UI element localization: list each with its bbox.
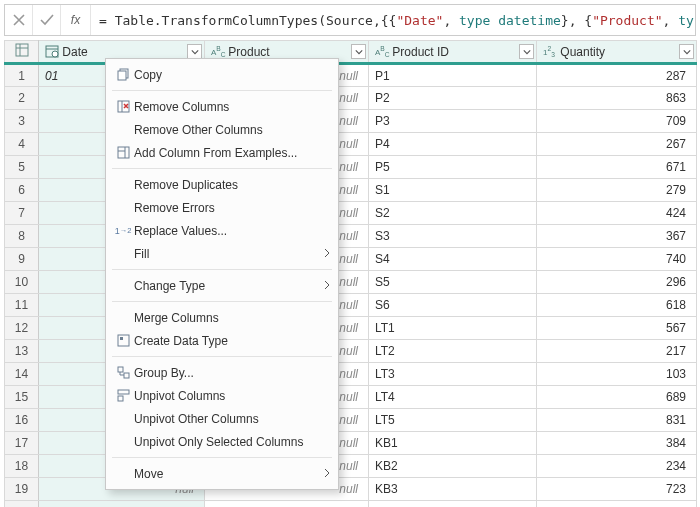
menu-merge-columns[interactable]: Merge Columns — [106, 306, 338, 329]
cell-product-id[interactable]: P5 — [369, 156, 537, 179]
cell-product-id[interactable]: LT5 — [369, 409, 537, 432]
confirm-formula-button[interactable] — [33, 5, 61, 35]
cell-product-id[interactable]: S6 — [369, 294, 537, 317]
cell-quantity[interactable]: 429 — [537, 501, 697, 508]
row-number[interactable]: 11 — [5, 294, 39, 317]
cell-quantity[interactable]: 863 — [537, 87, 697, 110]
cell-quantity[interactable]: 671 — [537, 156, 697, 179]
cell-quantity[interactable]: 740 — [537, 248, 697, 271]
row-number[interactable]: 6 — [5, 179, 39, 202]
svg-rect-17 — [118, 390, 129, 394]
cell-product-id[interactable]: LT2 — [369, 340, 537, 363]
menu-change-type[interactable]: Change Type — [106, 274, 338, 297]
row-number[interactable]: 2 — [5, 87, 39, 110]
cell-product-id[interactable]: P2 — [369, 87, 537, 110]
column-filter-button[interactable] — [519, 44, 534, 59]
table-icon — [15, 43, 29, 57]
menu-copy[interactable]: Copy — [106, 63, 338, 86]
cell-product-id[interactable]: KB2 — [369, 455, 537, 478]
svg-rect-18 — [118, 396, 123, 401]
cell-quantity[interactable]: 217 — [537, 340, 697, 363]
datetime-type-icon — [45, 44, 59, 60]
menu-unpivot-only-selected[interactable]: Unpivot Only Selected Columns — [106, 430, 338, 453]
row-number[interactable]: 5 — [5, 156, 39, 179]
svg-rect-10 — [118, 147, 129, 158]
cell-quantity[interactable]: 367 — [537, 225, 697, 248]
menu-unpivot-other-columns[interactable]: Unpivot Other Columns — [106, 407, 338, 430]
svg-rect-7 — [118, 71, 126, 80]
cell-product-id[interactable]: P1 — [369, 64, 537, 87]
cell-quantity[interactable]: 287 — [537, 64, 697, 87]
table-corner[interactable] — [5, 41, 39, 64]
menu-separator — [112, 356, 332, 357]
cell-product-id[interactable]: S1 — [369, 179, 537, 202]
cell-quantity[interactable]: 831 — [537, 409, 697, 432]
cell-quantity[interactable]: 103 — [537, 363, 697, 386]
row-number[interactable]: 16 — [5, 409, 39, 432]
cell-quantity[interactable]: 689 — [537, 386, 697, 409]
cell-product-id[interactable]: KB4 — [369, 501, 537, 508]
menu-add-column-from-examples[interactable]: Add Column From Examples... — [106, 141, 338, 164]
close-icon — [13, 14, 25, 26]
row-number[interactable]: 8 — [5, 225, 39, 248]
row-number[interactable]: 9 — [5, 248, 39, 271]
row-number[interactable]: 18 — [5, 455, 39, 478]
cancel-formula-button[interactable] — [5, 5, 33, 35]
column-filter-button[interactable] — [679, 44, 694, 59]
cell-product-id[interactable]: LT3 — [369, 363, 537, 386]
cell-quantity[interactable]: 618 — [537, 294, 697, 317]
row-number[interactable]: 20 — [5, 501, 39, 508]
cell-product[interactable]: null — [205, 501, 369, 508]
cell-date[interactable]: null — [39, 501, 205, 508]
cell-product-id[interactable]: LT1 — [369, 317, 537, 340]
remove-column-icon — [112, 100, 134, 113]
menu-remove-duplicates[interactable]: Remove Duplicates — [106, 173, 338, 196]
row-number[interactable]: 7 — [5, 202, 39, 225]
cell-quantity[interactable]: 384 — [537, 432, 697, 455]
cell-product-id[interactable]: P4 — [369, 133, 537, 156]
cell-product-id[interactable]: S4 — [369, 248, 537, 271]
menu-unpivot-columns[interactable]: Unpivot Columns — [106, 384, 338, 407]
cell-product-id[interactable]: S5 — [369, 271, 537, 294]
table-row: 20nullnullKB4429 — [5, 501, 697, 508]
cell-quantity[interactable]: 567 — [537, 317, 697, 340]
menu-remove-other-columns[interactable]: Remove Other Columns — [106, 118, 338, 141]
menu-create-data-type[interactable]: Create Data Type — [106, 329, 338, 352]
row-number[interactable]: 13 — [5, 340, 39, 363]
row-number[interactable]: 19 — [5, 478, 39, 501]
cell-quantity[interactable]: 267 — [537, 133, 697, 156]
cell-quantity[interactable]: 723 — [537, 478, 697, 501]
cell-quantity[interactable]: 234 — [537, 455, 697, 478]
column-filter-button[interactable] — [187, 44, 202, 59]
row-number[interactable]: 12 — [5, 317, 39, 340]
row-number[interactable]: 10 — [5, 271, 39, 294]
svg-rect-0 — [16, 44, 28, 56]
cell-product-id[interactable]: LT4 — [369, 386, 537, 409]
cell-product-id[interactable]: KB1 — [369, 432, 537, 455]
row-number[interactable]: 4 — [5, 133, 39, 156]
cell-product-id[interactable]: S3 — [369, 225, 537, 248]
cell-quantity[interactable]: 296 — [537, 271, 697, 294]
cell-quantity[interactable]: 709 — [537, 110, 697, 133]
cell-product-id[interactable]: KB3 — [369, 478, 537, 501]
row-number[interactable]: 17 — [5, 432, 39, 455]
menu-remove-columns[interactable]: Remove Columns — [106, 95, 338, 118]
column-header-product-id[interactable]: ABC Product ID — [369, 41, 537, 64]
unpivot-icon — [112, 389, 134, 402]
cell-quantity[interactable]: 279 — [537, 179, 697, 202]
column-filter-button[interactable] — [351, 44, 366, 59]
menu-replace-values[interactable]: 1→2 Replace Values... — [106, 219, 338, 242]
row-number[interactable]: 1 — [5, 64, 39, 87]
row-number[interactable]: 15 — [5, 386, 39, 409]
row-number[interactable]: 14 — [5, 363, 39, 386]
row-number[interactable]: 3 — [5, 110, 39, 133]
menu-group-by[interactable]: Group By... — [106, 361, 338, 384]
menu-fill[interactable]: Fill — [106, 242, 338, 265]
formula-input[interactable]: = Table.TransformColumnTypes(Source,{{"D… — [91, 13, 695, 28]
cell-product-id[interactable]: S2 — [369, 202, 537, 225]
menu-move[interactable]: Move — [106, 462, 338, 485]
cell-product-id[interactable]: P3 — [369, 110, 537, 133]
menu-remove-errors[interactable]: Remove Errors — [106, 196, 338, 219]
cell-quantity[interactable]: 424 — [537, 202, 697, 225]
column-header-quantity[interactable]: 123 Quantity — [537, 41, 697, 64]
